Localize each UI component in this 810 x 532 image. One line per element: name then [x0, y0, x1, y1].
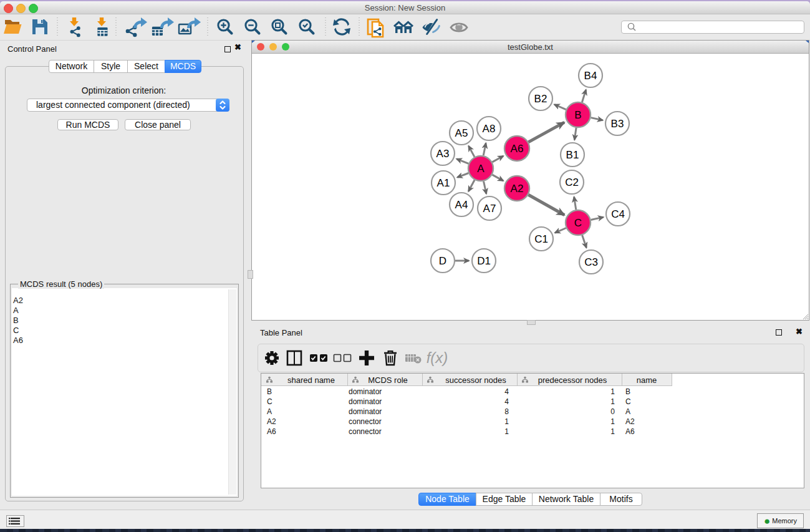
- svg-text:A5: A5: [455, 127, 468, 139]
- svg-text:C3: C3: [584, 256, 598, 268]
- svg-text:MCDS role: MCDS role: [368, 375, 408, 385]
- svg-text:shared name: shared name: [287, 375, 335, 385]
- svg-text:D: D: [439, 255, 446, 267]
- svg-text:A6: A6: [511, 143, 524, 155]
- svg-text:B4: B4: [584, 70, 597, 82]
- svg-text:D1: D1: [477, 255, 491, 267]
- svg-text:A8: A8: [483, 123, 496, 135]
- svg-text:A: A: [477, 163, 485, 175]
- svg-text:A4: A4: [455, 199, 468, 211]
- svg-text:C1: C1: [534, 233, 548, 245]
- svg-text:A1: A1: [437, 177, 450, 189]
- svg-text:B3: B3: [611, 118, 624, 130]
- svg-text:B: B: [574, 109, 581, 121]
- svg-text:C: C: [574, 217, 582, 229]
- svg-text:A2: A2: [511, 183, 524, 195]
- svg-text:C2: C2: [565, 177, 579, 188]
- svg-text:name: name: [637, 375, 657, 385]
- svg-text:C4: C4: [611, 208, 625, 220]
- svg-text:A3: A3: [436, 148, 450, 160]
- svg-text:A7: A7: [483, 203, 496, 215]
- svg-text:B1: B1: [566, 149, 579, 161]
- svg-text:predecessor nodes: predecessor nodes: [538, 375, 607, 385]
- svg-text:B2: B2: [534, 93, 547, 105]
- svg-text:successor nodes: successor nodes: [445, 375, 506, 385]
- svg-text:f(x): f(x): [427, 349, 448, 366]
